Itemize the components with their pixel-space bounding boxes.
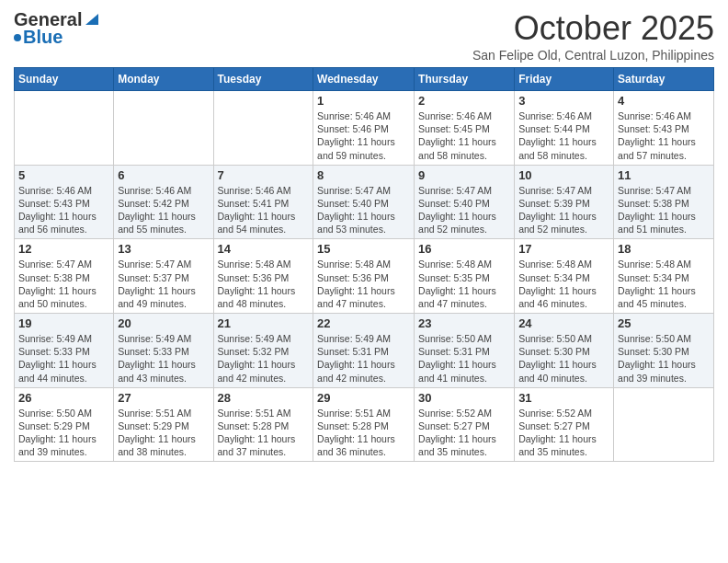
day-number: 24	[518, 316, 609, 330]
day-number: 26	[18, 391, 109, 405]
calendar-cell: 3Sunrise: 5:46 AM Sunset: 5:44 PM Daylig…	[515, 91, 614, 166]
calendar-cell: 23Sunrise: 5:50 AM Sunset: 5:31 PM Dayli…	[415, 314, 515, 388]
day-info: Sunrise: 5:51 AM Sunset: 5:28 PM Dayligh…	[218, 407, 310, 459]
day-info: Sunrise: 5:47 AM Sunset: 5:39 PM Dayligh…	[518, 184, 609, 236]
day-info: Sunrise: 5:48 AM Sunset: 5:36 PM Dayligh…	[218, 258, 310, 310]
day-info: Sunrise: 5:47 AM Sunset: 5:40 PM Dayligh…	[418, 184, 510, 236]
weekday-header: Friday	[515, 68, 614, 91]
calendar-cell: 4Sunrise: 5:46 AM Sunset: 5:43 PM Daylig…	[614, 91, 714, 166]
day-number: 28	[218, 391, 310, 405]
day-number: 6	[118, 168, 209, 182]
calendar-cell: 8Sunrise: 5:47 AM Sunset: 5:40 PM Daylig…	[313, 165, 415, 239]
svg-marker-0	[85, 14, 98, 25]
day-info: Sunrise: 5:49 AM Sunset: 5:32 PM Dayligh…	[218, 332, 310, 385]
calendar-cell: 9Sunrise: 5:47 AM Sunset: 5:40 PM Daylig…	[415, 165, 515, 239]
calendar-table: SundayMondayTuesdayWednesdayThursdayFrid…	[14, 67, 714, 462]
day-number: 9	[418, 168, 510, 182]
day-number: 22	[317, 316, 410, 330]
day-number: 27	[118, 391, 209, 405]
day-info: Sunrise: 5:49 AM Sunset: 5:33 PM Dayligh…	[118, 332, 209, 385]
calendar-cell: 22Sunrise: 5:49 AM Sunset: 5:31 PM Dayli…	[313, 314, 415, 388]
day-number: 20	[118, 316, 209, 330]
day-number: 1	[317, 94, 410, 108]
day-info: Sunrise: 5:51 AM Sunset: 5:29 PM Dayligh…	[118, 407, 209, 459]
day-number: 21	[218, 316, 310, 330]
day-info: Sunrise: 5:47 AM Sunset: 5:38 PM Dayligh…	[18, 258, 109, 310]
day-info: Sunrise: 5:49 AM Sunset: 5:33 PM Dayligh…	[18, 332, 109, 385]
day-info: Sunrise: 5:52 AM Sunset: 5:27 PM Dayligh…	[518, 407, 609, 459]
title-block: October 2025 San Felipe Old, Central Luz…	[472, 9, 714, 63]
day-info: Sunrise: 5:46 AM Sunset: 5:42 PM Dayligh…	[118, 184, 209, 236]
day-info: Sunrise: 5:50 AM Sunset: 5:30 PM Dayligh…	[518, 332, 609, 385]
logo-blue-text: Blue	[23, 27, 63, 48]
day-number: 17	[518, 242, 609, 256]
calendar-cell: 28Sunrise: 5:51 AM Sunset: 5:28 PM Dayli…	[213, 387, 313, 462]
calendar-cell: 19Sunrise: 5:49 AM Sunset: 5:33 PM Dayli…	[15, 314, 114, 388]
calendar-cell: 24Sunrise: 5:50 AM Sunset: 5:30 PM Dayli…	[515, 314, 614, 388]
calendar-cell: 17Sunrise: 5:48 AM Sunset: 5:34 PM Dayli…	[515, 239, 614, 314]
day-info: Sunrise: 5:51 AM Sunset: 5:28 PM Dayligh…	[317, 407, 410, 459]
month-title: October 2025	[472, 9, 714, 48]
day-number: 25	[618, 316, 710, 330]
day-number: 18	[618, 242, 710, 256]
day-number: 30	[418, 391, 510, 405]
calendar-cell	[114, 91, 213, 166]
weekday-header: Sunday	[15, 68, 114, 91]
calendar-cell: 12Sunrise: 5:47 AM Sunset: 5:38 PM Dayli…	[15, 239, 114, 314]
calendar-cell: 30Sunrise: 5:52 AM Sunset: 5:27 PM Dayli…	[415, 387, 515, 462]
logo-triangle-icon	[84, 10, 100, 30]
calendar-cell: 25Sunrise: 5:50 AM Sunset: 5:30 PM Dayli…	[614, 314, 714, 388]
day-number: 16	[418, 242, 510, 256]
weekday-header: Monday	[114, 68, 213, 91]
day-number: 29	[317, 391, 410, 405]
day-number: 14	[218, 242, 310, 256]
day-info: Sunrise: 5:46 AM Sunset: 5:41 PM Dayligh…	[218, 184, 310, 236]
day-info: Sunrise: 5:48 AM Sunset: 5:34 PM Dayligh…	[518, 258, 609, 310]
day-number: 13	[118, 242, 209, 256]
day-number: 31	[518, 391, 609, 405]
calendar-cell: 5Sunrise: 5:46 AM Sunset: 5:43 PM Daylig…	[15, 165, 114, 239]
day-number: 7	[218, 168, 310, 182]
day-info: Sunrise: 5:50 AM Sunset: 5:29 PM Dayligh…	[18, 407, 109, 459]
calendar-cell: 26Sunrise: 5:50 AM Sunset: 5:29 PM Dayli…	[15, 387, 114, 462]
calendar-cell: 27Sunrise: 5:51 AM Sunset: 5:29 PM Dayli…	[114, 387, 213, 462]
day-info: Sunrise: 5:49 AM Sunset: 5:31 PM Dayligh…	[317, 332, 410, 385]
day-number: 11	[618, 168, 710, 182]
location-subtitle: San Felipe Old, Central Luzon, Philippin…	[472, 48, 714, 63]
weekday-header: Thursday	[415, 68, 515, 91]
logo: General Blue	[14, 9, 100, 48]
calendar-cell: 7Sunrise: 5:46 AM Sunset: 5:41 PM Daylig…	[213, 165, 313, 239]
calendar-cell: 21Sunrise: 5:49 AM Sunset: 5:32 PM Dayli…	[213, 314, 313, 388]
calendar-cell: 11Sunrise: 5:47 AM Sunset: 5:38 PM Dayli…	[614, 165, 714, 239]
calendar-cell: 31Sunrise: 5:52 AM Sunset: 5:27 PM Dayli…	[515, 387, 614, 462]
page-header: General Blue October 2025 San Felipe Old…	[14, 9, 714, 63]
calendar-cell: 16Sunrise: 5:48 AM Sunset: 5:35 PM Dayli…	[415, 239, 515, 314]
calendar-cell: 29Sunrise: 5:51 AM Sunset: 5:28 PM Dayli…	[313, 387, 415, 462]
calendar-cell	[614, 387, 714, 462]
day-info: Sunrise: 5:52 AM Sunset: 5:27 PM Dayligh…	[418, 407, 510, 459]
day-info: Sunrise: 5:48 AM Sunset: 5:36 PM Dayligh…	[317, 258, 410, 310]
day-number: 3	[518, 94, 609, 108]
day-number: 4	[618, 94, 710, 108]
day-info: Sunrise: 5:47 AM Sunset: 5:40 PM Dayligh…	[317, 184, 410, 236]
day-number: 12	[18, 242, 109, 256]
day-info: Sunrise: 5:47 AM Sunset: 5:37 PM Dayligh…	[118, 258, 209, 310]
weekday-header: Wednesday	[313, 68, 415, 91]
calendar-cell: 18Sunrise: 5:48 AM Sunset: 5:34 PM Dayli…	[614, 239, 714, 314]
day-info: Sunrise: 5:46 AM Sunset: 5:45 PM Dayligh…	[418, 109, 510, 162]
day-info: Sunrise: 5:46 AM Sunset: 5:44 PM Dayligh…	[518, 109, 609, 162]
day-info: Sunrise: 5:46 AM Sunset: 5:43 PM Dayligh…	[618, 109, 710, 162]
calendar-cell	[213, 91, 313, 166]
day-info: Sunrise: 5:50 AM Sunset: 5:30 PM Dayligh…	[618, 332, 710, 385]
calendar-cell: 6Sunrise: 5:46 AM Sunset: 5:42 PM Daylig…	[114, 165, 213, 239]
day-number: 5	[18, 168, 109, 182]
day-info: Sunrise: 5:47 AM Sunset: 5:38 PM Dayligh…	[618, 184, 710, 236]
day-info: Sunrise: 5:48 AM Sunset: 5:34 PM Dayligh…	[618, 258, 710, 310]
day-info: Sunrise: 5:46 AM Sunset: 5:43 PM Dayligh…	[18, 184, 109, 236]
weekday-header: Saturday	[614, 68, 714, 91]
day-number: 10	[518, 168, 609, 182]
calendar-cell: 14Sunrise: 5:48 AM Sunset: 5:36 PM Dayli…	[213, 239, 313, 314]
weekday-header: Tuesday	[213, 68, 313, 91]
day-number: 23	[418, 316, 510, 330]
day-number: 8	[317, 168, 410, 182]
